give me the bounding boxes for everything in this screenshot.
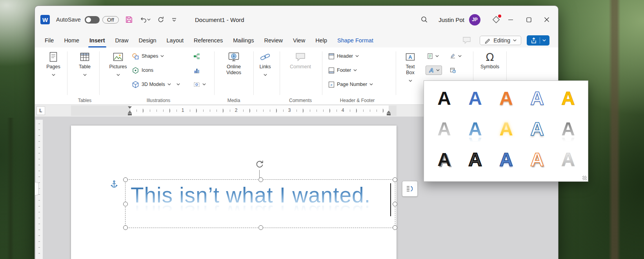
icons-icon — [132, 67, 139, 74]
horizontal-ruler[interactable]: 1 2 3 4 — [71, 106, 397, 116]
wordart-style-blue-3d[interactable]: A — [491, 144, 522, 175]
maximize-button[interactable] — [520, 12, 538, 27]
comment-button[interactable]: Comment — [288, 50, 313, 70]
online-videos-button[interactable]: Online Videos — [221, 50, 246, 76]
3d-models-icon — [132, 81, 139, 88]
redo-button[interactable] — [157, 16, 165, 24]
avatar[interactable]: JP — [469, 14, 480, 26]
wordart-button-pressed[interactable]: A — [426, 66, 442, 75]
wordart-style-gradient-gold-glow[interactable]: A — [491, 114, 522, 144]
wordart-style-gradient-light-gray[interactable]: A — [553, 144, 584, 175]
comments-button[interactable] — [459, 36, 474, 45]
rewards-button[interactable] — [491, 14, 502, 25]
selection-handle-n[interactable] — [258, 177, 263, 182]
wordart-button[interactable]: A — [426, 65, 442, 76]
tab-layout[interactable]: Layout — [162, 33, 189, 47]
wordart-style-white-blue-outline-shadow[interactable]: A — [522, 114, 553, 144]
wordart-style-gradient-gray-reflection[interactable]: A — [553, 114, 584, 144]
wordart-style-white-blue-outline[interactable]: A — [522, 83, 553, 114]
customize-quick-access-button[interactable] — [171, 16, 177, 23]
comment-label: Comment — [288, 64, 313, 70]
date-time-button[interactable] — [450, 65, 456, 76]
wordart-text[interactable]: This isn’t what I wanted. — [131, 182, 389, 208]
tab-design[interactable]: Design — [133, 33, 161, 47]
icons-button[interactable]: Icons — [132, 65, 153, 76]
links-button[interactable]: Links — [253, 50, 278, 78]
hanging-indent-marker[interactable] — [128, 111, 132, 113]
smartart-icon — [193, 53, 200, 60]
tab-help[interactable]: Help — [310, 33, 332, 47]
right-indent-marker[interactable] — [387, 111, 391, 113]
quick-parts-button[interactable] — [427, 51, 439, 62]
close-button[interactable] — [538, 12, 556, 27]
selection-handle-sw[interactable] — [123, 225, 128, 230]
editing-mode-button[interactable]: Editing — [480, 36, 521, 45]
tab-review[interactable]: Review — [259, 33, 288, 47]
pages-button[interactable]: Pages — [41, 50, 66, 78]
footer-button[interactable]: Footer — [328, 65, 357, 76]
right-indent-base[interactable] — [387, 113, 391, 115]
tab-references[interactable]: References — [189, 33, 228, 47]
pane-handle[interactable] — [35, 182, 39, 195]
wordart-style-black-offset-shadow[interactable]: A — [429, 144, 460, 175]
tab-insert[interactable]: Insert — [84, 33, 110, 47]
notification-dot — [498, 15, 501, 18]
undo-button[interactable] — [139, 16, 151, 24]
save-button[interactable] — [125, 16, 133, 24]
symbols-button[interactable]: Ω Symbols — [477, 50, 502, 70]
group-divider — [396, 51, 396, 95]
3d-models-button[interactable]: 3D Models — [132, 79, 180, 90]
wordart-style-fill-orange-shadow[interactable]: A — [491, 83, 522, 114]
autosave-toggle[interactable] — [85, 16, 100, 24]
selection-handle-s[interactable] — [258, 225, 263, 230]
maximize-icon — [526, 17, 531, 22]
chevron-down-icon — [355, 55, 359, 57]
wordart-style-fill-gold[interactable]: A — [553, 83, 584, 114]
table-button[interactable]: Table — [72, 50, 97, 78]
tab-shape-format[interactable]: Shape Format — [332, 33, 378, 47]
split-chevron-down-icon[interactable] — [176, 83, 180, 86]
selection-handle-nw[interactable] — [123, 177, 128, 182]
chevron-down-icon — [147, 18, 151, 21]
svg-text:A: A — [408, 54, 412, 60]
selection-handle-e[interactable] — [393, 202, 397, 206]
first-line-indent-marker[interactable] — [128, 106, 132, 109]
rotate-handle[interactable] — [255, 159, 265, 171]
pictures-button[interactable]: Pictures — [106, 50, 131, 78]
wordart-style-gradient-silver[interactable]: A — [429, 114, 460, 144]
selection-handle-ne[interactable] — [393, 177, 397, 182]
chart-button[interactable] — [193, 65, 200, 76]
wordart-style-gradient-blue-reflection[interactable]: A — [460, 114, 491, 144]
user-name[interactable]: Justin Pot — [438, 16, 464, 23]
footer-icon — [328, 67, 335, 74]
wordart-style-black-heavy-outline[interactable]: A — [460, 144, 491, 175]
wordart-style-fill-black[interactable]: A — [429, 83, 460, 114]
search-button[interactable] — [420, 16, 428, 24]
page-number-button[interactable]: # Page Number — [328, 79, 373, 90]
minimize-button[interactable] — [502, 12, 520, 27]
word-logo[interactable]: W — [40, 15, 50, 24]
wordart-style-white-orange-outline-shadow[interactable]: A — [522, 144, 553, 175]
tab-view[interactable]: View — [288, 33, 310, 47]
panel-resize-grip[interactable] — [582, 176, 587, 180]
layout-options-button[interactable] — [402, 181, 418, 197]
selection-handle-se[interactable] — [393, 225, 397, 230]
shapes-button[interactable]: Shapes — [132, 51, 164, 62]
selection-handle-w[interactable] — [123, 202, 128, 206]
tab-mailings[interactable]: Mailings — [228, 33, 259, 47]
left-indent-marker[interactable] — [128, 113, 132, 115]
screenshot-button[interactable] — [193, 79, 206, 90]
wordart-gallery-grid: A A A A A A A A A A A A A A A — [429, 83, 583, 175]
tab-file[interactable]: File — [40, 33, 59, 47]
signature-line-button[interactable] — [450, 51, 462, 62]
tab-stop-selector[interactable]: L — [36, 106, 45, 115]
header-button[interactable]: Header — [328, 51, 359, 62]
tab-draw[interactable]: Draw — [110, 33, 134, 47]
wordart-style-fill-blue[interactable]: A — [460, 83, 491, 114]
layout-options-icon — [406, 184, 414, 193]
text-box-button[interactable]: A Text Box — [398, 50, 423, 84]
quick-parts-icon — [427, 53, 433, 59]
share-button[interactable] — [527, 35, 549, 46]
smartart-button[interactable] — [193, 51, 200, 62]
tab-home[interactable]: Home — [59, 33, 84, 47]
